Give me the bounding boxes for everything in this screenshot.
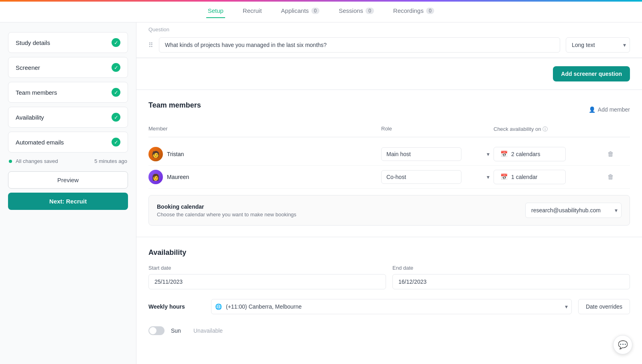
check-icon-team-members: ✓ [112, 88, 120, 97]
sidebar-item-study-details-label: Study details [16, 39, 50, 46]
drag-handle-icon[interactable]: ⠿ [148, 41, 153, 49]
role-cell-tristan: Main host Co-host [381, 147, 494, 161]
start-date-label: Start date [148, 265, 386, 271]
check-icon-automated-emails: ✓ [112, 138, 120, 146]
tab-applicants[interactable]: Applicants 0 [279, 4, 321, 18]
delete-button-maureen[interactable]: 🗑 [606, 172, 616, 182]
sidebar-item-automated-emails-label: Automated emails [16, 139, 64, 146]
sidebar-item-screener-label: Screener [16, 64, 40, 71]
calendar-badge-maureen[interactable]: 📅 1 calendar [494, 170, 566, 184]
delete-cell-maureen: 🗑 [606, 172, 630, 182]
info-icon[interactable]: ⓘ [542, 126, 548, 132]
avatar-maureen: 👩 [148, 170, 163, 184]
question-section: Question ⠿ Long text Short text Multiple… [136, 22, 642, 58]
role-select-wrapper-tristan: Main host Co-host [381, 147, 494, 161]
weekly-hours-label: Weekly hours [148, 303, 205, 310]
calendar-count-maureen: 1 calendar [511, 174, 537, 180]
booking-info: Booking calendar Choose the calendar whe… [157, 203, 297, 218]
start-date-input[interactable] [148, 274, 386, 289]
preview-button[interactable]: Preview [8, 171, 128, 189]
booking-calendar-desc: Choose the calendar where you want to ma… [157, 211, 297, 218]
next-button[interactable]: Next: Recruit [8, 193, 128, 210]
tab-recruit-label: Recruit [243, 7, 262, 14]
tab-sessions[interactable]: Sessions 0 [337, 4, 376, 18]
team-members-title: Team members [148, 101, 201, 110]
member-info-tristan: 🧑 Tristan [148, 147, 381, 161]
end-date-input[interactable] [392, 274, 630, 289]
col-actions [606, 126, 630, 133]
status-time: 5 minutes ago [94, 158, 127, 164]
main-content: Question ⠿ Long text Short text Multiple… [136, 22, 642, 364]
timezone-select-wrapper: 🌐 (+11:00) Canberra, Melbourne [211, 299, 572, 314]
sidebar-item-availability[interactable]: Availability ✓ [8, 107, 128, 128]
tab-applicants-label: Applicants [281, 7, 309, 14]
question-type-select[interactable]: Long text Short text Multiple choice Sin… [566, 37, 630, 53]
booking-email-select[interactable]: research@usabilityhub.com [525, 203, 622, 218]
timezone-select[interactable]: (+11:00) Canberra, Melbourne [211, 299, 572, 314]
tab-setup[interactable]: Setup [206, 4, 225, 18]
email-select-wrapper: research@usabilityhub.com [525, 203, 622, 218]
start-date-field: Start date [148, 265, 386, 289]
col-role: Role [381, 126, 494, 133]
status-row: All changes saved 5 minutes ago [8, 157, 128, 166]
availability-title: Availability [148, 248, 630, 257]
booking-calendar-title: Booking calendar [157, 203, 297, 210]
check-icon-availability: ✓ [112, 113, 120, 122]
calendar-badge-tristan[interactable]: 📅 2 calendars [494, 147, 566, 161]
delete-button-tristan[interactable]: 🗑 [606, 149, 616, 159]
role-cell-maureen: Main host Co-host [381, 170, 494, 184]
status-text: All changes saved [16, 158, 58, 164]
sidebar-item-team-members[interactable]: Team members ✓ [8, 82, 128, 103]
main-layout: Study details ✓ Screener ✓ Team members … [0, 22, 642, 364]
tab-recruit[interactable]: Recruit [241, 4, 264, 18]
add-member-label: Add member [598, 106, 630, 113]
save-status: All changes saved [9, 158, 58, 164]
delete-cell-tristan: 🗑 [606, 149, 630, 159]
team-table-header: Member Role Check availability on ⓘ [148, 126, 630, 137]
sidebar-item-screener[interactable]: Screener ✓ [8, 57, 128, 78]
booking-calendar-section: Booking calendar Choose the calendar whe… [148, 195, 630, 226]
chat-button[interactable]: 💬 [613, 335, 632, 354]
role-select-maureen[interactable]: Main host Co-host [381, 170, 461, 184]
sidebar-item-team-members-label: Team members [16, 89, 57, 96]
calendar-icon-maureen: 📅 [500, 173, 508, 181]
tab-recordings-label: Recordings [393, 7, 424, 14]
type-select-wrapper: Long text Short text Multiple choice Sin… [566, 37, 630, 53]
tab-sessions-badge: 0 [366, 8, 374, 14]
question-row: ⠿ Long text Short text Multiple choice S… [136, 33, 642, 58]
tab-recordings[interactable]: Recordings 0 [392, 4, 436, 18]
top-bar: Setup Recruit Applicants 0 Sessions 0 Re… [0, 0, 642, 22]
globe-icon: 🌐 [215, 303, 222, 310]
sidebar-item-study-details[interactable]: Study details ✓ [8, 32, 128, 53]
calendar-icon-tristan: 📅 [500, 150, 508, 158]
sidebar-item-automated-emails[interactable]: Automated emails ✓ [8, 132, 128, 153]
sidebar: Study details ✓ Screener ✓ Team members … [0, 22, 136, 364]
member-name-tristan: Tristan [167, 151, 184, 157]
tab-setup-label: Setup [208, 7, 223, 14]
role-select-tristan[interactable]: Main host Co-host [381, 147, 461, 161]
col-availability-label: Check availability on [494, 126, 541, 132]
sun-toggle[interactable] [148, 326, 165, 335]
calendar-cell-tristan: 📅 2 calendars [494, 147, 606, 161]
add-screener-button[interactable]: Add screener question [553, 66, 630, 81]
question-label: Question [136, 22, 642, 33]
avatar-tristan: 🧑 [148, 147, 163, 161]
calendar-cell-maureen: 📅 1 calendar [494, 170, 606, 184]
weekly-hours-row: Weekly hours 🌐 (+11:00) Canberra, Melbou… [148, 299, 630, 314]
add-member-icon: 👤 [589, 106, 595, 113]
sun-status: Unavailable [193, 327, 223, 334]
date-overrides-button[interactable]: Date overrides [578, 299, 630, 314]
sun-day-row: Sun Unavailable [148, 322, 630, 339]
member-name-maureen: Maureen [167, 174, 189, 180]
date-grid: Start date End date [148, 265, 630, 289]
member-info-maureen: 👩 Maureen [148, 170, 381, 184]
chat-icon: 💬 [618, 340, 628, 350]
col-member: Member [148, 126, 381, 133]
table-row: 🧑 Tristan Main host Co-host 📅 2 calendar… [148, 143, 630, 166]
team-members-section: Team members 👤 Add member Member Role Ch… [136, 90, 642, 237]
question-input[interactable] [159, 37, 560, 53]
add-member-link[interactable]: 👤 Add member [589, 106, 630, 113]
tab-recordings-badge: 0 [426, 8, 435, 14]
end-date-field: End date [392, 265, 630, 289]
add-screener-row: Add screener question [136, 58, 642, 90]
